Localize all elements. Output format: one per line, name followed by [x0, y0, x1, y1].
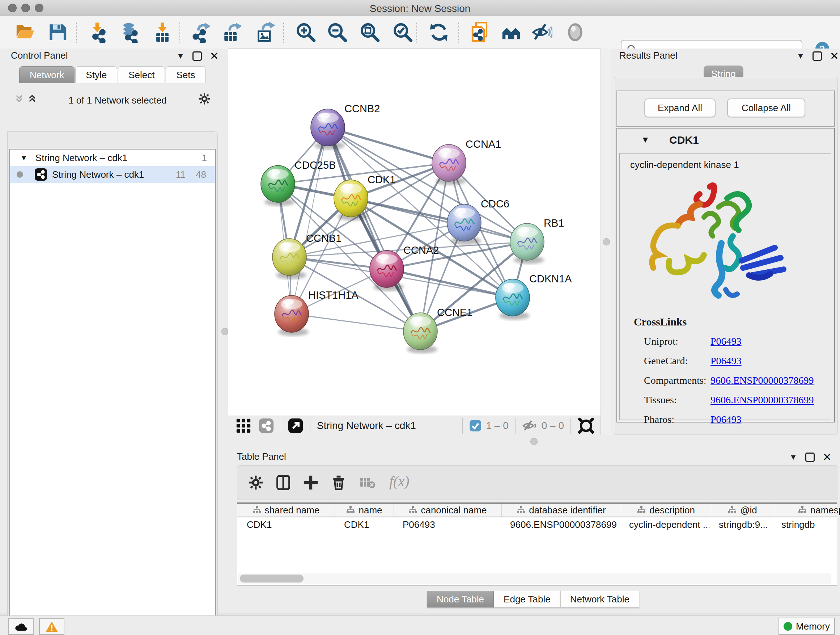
delete-column-icon[interactable] [331, 473, 347, 492]
tree-expand-icon[interactable]: ▼ [20, 154, 27, 162]
gear-icon[interactable] [198, 93, 210, 105]
genecard-link[interactable]: P06493 [711, 355, 742, 366]
tab-network[interactable]: Network [19, 66, 74, 83]
scrollbar-thumb[interactable] [240, 575, 303, 583]
tab-select[interactable]: Select [118, 66, 165, 83]
string-document-icon[interactable] [470, 22, 491, 43]
table-row[interactable]: CDK1 CDK1 P06493 9606.ENSP00000378699 cy… [237, 517, 837, 532]
float-panel-icon[interactable] [805, 453, 815, 462]
refresh-icon[interactable] [428, 22, 449, 43]
detach-view-icon[interactable] [287, 418, 303, 434]
network-view-icon[interactable] [258, 418, 274, 434]
cloud-icon [14, 621, 28, 632]
zoom-selected-icon[interactable] [392, 22, 413, 43]
warning-icon [45, 621, 58, 632]
export-table-icon[interactable] [222, 22, 243, 43]
right-splitter-handle[interactable] [603, 238, 610, 245]
column-header[interactable]: name [335, 504, 394, 516]
tab-edge-table[interactable]: Edge Table [494, 591, 561, 608]
uniprot-link[interactable]: P06493 [711, 336, 742, 347]
warning-button[interactable] [39, 618, 65, 635]
zoom-fit-icon[interactable] [359, 22, 380, 43]
hide-eye-icon[interactable] [531, 22, 553, 43]
control-panel-title: Control Panel [11, 50, 68, 61]
toolbar-separator [458, 22, 459, 43]
column-header[interactable]: canonical name [394, 504, 502, 516]
selected-checkbox-icon[interactable] [469, 420, 482, 432]
svg-text:HIST1H1A: HIST1H1A [308, 289, 358, 301]
network-collection-row[interactable]: ▼ String Network – cdk1 1 [10, 149, 215, 166]
left-splitter-handle[interactable] [221, 328, 229, 335]
gear-icon[interactable] [248, 475, 264, 490]
expand-all-button[interactable]: Expand All [644, 98, 715, 117]
import-table-icon[interactable] [152, 22, 173, 43]
add-column-icon[interactable] [302, 474, 319, 491]
hidden-eye-icon[interactable] [522, 418, 537, 433]
birds-eye-icon[interactable] [577, 417, 595, 434]
hidden-count: 0 – 0 [542, 420, 564, 432]
string-network-graph[interactable]: CCNB2CCNA1CDC25BCDK1CDC6RB1CCNB1CCNA2CDK… [228, 49, 600, 416]
zoom-in-icon[interactable] [295, 22, 316, 43]
right-splitter[interactable] [600, 49, 612, 449]
pharos-link[interactable]: P06493 [711, 414, 742, 425]
crosslinks-heading: CrossLinks [634, 316, 687, 328]
svg-text:CCNE1: CCNE1 [437, 307, 472, 318]
toolbar-separator [416, 22, 417, 43]
collapse-all-chevron-icon[interactable] [26, 94, 38, 105]
close-panel-icon[interactable]: ✕ [210, 52, 219, 60]
network-canvas[interactable]: CCNB2CCNA1CDC25BCDK1CDC6RB1CCNB1CCNA2CDK… [228, 49, 600, 416]
tissues-link[interactable]: 9606.ENSP00000378699 [711, 394, 813, 405]
float-panel-icon[interactable] [813, 51, 822, 61]
gene-collapse-icon[interactable]: ▼ [641, 135, 650, 145]
tab-network-table[interactable]: Network Table [561, 591, 639, 608]
collapse-panel-icon[interactable]: ▼ [797, 51, 805, 61]
memory-label: Memory [796, 621, 830, 632]
open-folder-icon[interactable] [15, 22, 36, 43]
column-header[interactable]: database identifier [502, 504, 621, 516]
tab-node-table[interactable]: Node Table [427, 591, 494, 608]
tab-sets[interactable]: Sets [166, 66, 205, 83]
export-network-icon[interactable] [191, 22, 212, 43]
collapse-all-button[interactable]: Collapse All [727, 98, 805, 117]
compartments-link[interactable]: 9606.ENSP00000378699 [711, 375, 813, 386]
table-panel-title: Table Panel [237, 451, 286, 462]
zoom-out-icon[interactable] [327, 22, 347, 43]
save-icon[interactable] [47, 22, 68, 43]
crosslink-label: Compartments: [644, 371, 706, 390]
import-database-icon[interactable] [119, 22, 140, 43]
export-image-icon[interactable] [255, 22, 276, 43]
svg-text:CDK1: CDK1 [368, 174, 395, 185]
edge-count: 48 [196, 169, 206, 180]
collapse-panel-icon[interactable]: ▼ [177, 51, 185, 61]
column-header[interactable]: description [621, 504, 711, 516]
toolbar-separator [180, 22, 180, 43]
network-collection-label: String Network – cdk1 [35, 152, 202, 164]
crosslinks-values: P06493 P06493 9606.ENSP00000378699 9606.… [711, 332, 813, 429]
show-columns-icon[interactable] [275, 474, 291, 491]
import-network-icon[interactable] [88, 22, 109, 43]
svg-text:RB1: RB1 [544, 217, 564, 229]
memory-button[interactable]: Memory [778, 618, 835, 635]
home-pair-icon[interactable] [501, 22, 522, 43]
footer-separator [462, 418, 463, 434]
close-panel-icon[interactable]: ✕ [823, 454, 832, 461]
column-header[interactable]: shared name [237, 504, 335, 516]
expand-all-chevron-icon[interactable] [13, 94, 25, 105]
column-header[interactable]: namespace [774, 504, 840, 516]
crosslink-label: GeneCard: [644, 351, 706, 371]
horizontal-scrollbar[interactable] [238, 573, 831, 584]
close-panel-icon[interactable]: ✕ [830, 52, 839, 60]
horizontal-splitter-handle[interactable] [531, 438, 538, 445]
grid-view-icon[interactable] [235, 417, 252, 434]
results-panel-title: Results Panel [619, 50, 677, 61]
lens-icon[interactable] [565, 22, 586, 43]
column-header[interactable]: @id [711, 504, 774, 516]
float-panel-icon[interactable] [193, 51, 202, 61]
network-row[interactable]: String Network – cdk1 11 48 [10, 166, 215, 183]
svg-text:CCNB1: CCNB1 [306, 233, 341, 244]
cloud-button[interactable] [8, 618, 34, 635]
collapse-panel-icon[interactable]: ▼ [789, 453, 797, 462]
function-builder-icon: f(x) [389, 473, 409, 490]
svg-text:CCNA1: CCNA1 [466, 138, 501, 150]
tab-style[interactable]: Style [75, 66, 117, 83]
